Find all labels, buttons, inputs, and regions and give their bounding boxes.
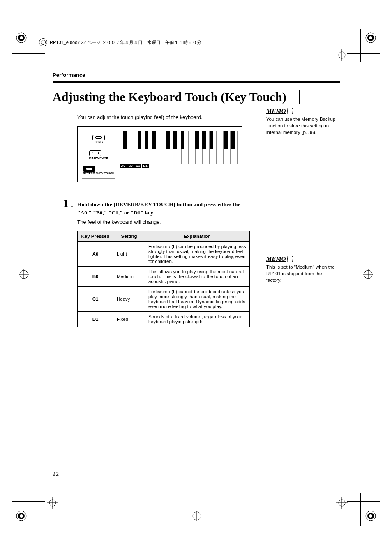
cross-mark-r [362,269,374,280]
file-header-text: RP101_e.book 22 ページ ２００７年４月４日 水曜日 午前１１時５… [50,39,201,46]
reg-mark-tr [365,32,376,44]
cell-explanation: Fortissimo (ff) cannot be produced unles… [145,287,250,312]
cell-setting: Fixed [113,312,145,327]
align-mark [47,497,58,509]
keyboard-diagram: SONG METRONOME REVERB / KEY TOUCH A0 B0 … [77,126,242,182]
reg-mark-bl [16,510,27,522]
page-title: Adjusting the Keyboard Touch (Key Touch) [53,90,286,104]
cell-key: B0 [78,267,113,287]
crop-line [347,501,380,502]
cell-key: A0 [78,242,113,267]
cell-explanation: This allows you to play using the most n… [145,267,250,287]
rule [53,81,340,83]
table-row: A0LightFortissimo (ff) can be produced b… [78,242,250,267]
reverb-button-graphic [83,166,95,172]
reg-mark-br [365,510,376,522]
key-label-strip: A0 B0 C1 D1 [120,164,149,168]
memo-icon: MEMO [266,256,293,262]
page-number: 22 [53,471,59,478]
align-mark [336,49,348,61]
memo-text: You can use the Memory Backup function t… [266,116,336,136]
cross-mark-l [18,269,30,280]
file-header: RP101_e.book 22 ページ ２００７年４月４日 水曜日 午前１１時５… [39,38,201,46]
step-result: The feel of the keyboard will change. [77,219,340,225]
cell-key: D1 [78,312,113,327]
step-number: 1 [63,199,69,208]
svg-point-11 [369,514,372,518]
cell-key: C1 [78,287,113,312]
cell-setting: Medium [113,267,145,287]
table-row: D1FixedSounds at a fixed volume, regardl… [78,312,250,327]
title-block: Adjusting the Keyboard Touch (Key Touch) [53,90,300,104]
section-heading: Performance [53,72,340,78]
crop-line [360,493,361,526]
svg-point-5 [369,36,372,39]
svg-point-8 [20,514,23,518]
align-mark [336,497,348,509]
cell-setting: Light [113,242,145,267]
crop-line [12,53,45,54]
keylabel: D1 [142,164,149,168]
cell-explanation: Sounds at a fixed volume, regardless of … [145,312,250,327]
step-1: 1 . Hold down the [REVERB/KEY TOUCH] but… [63,199,340,217]
step-text: Hold down the [REVERB/KEY TOUCH] button … [77,199,254,217]
reverb-label: REVERB / KEY TOUCH [83,172,114,175]
cell-setting: Heavy [113,287,145,312]
rule [53,81,340,81]
reg-mark-tl [16,32,27,44]
memo-1: MEMO You can use the Memory Backup funct… [266,108,336,136]
step-dot: . [71,199,73,211]
memo-2: MEMO This is set to "Medium" when the RP… [266,256,336,283]
keyboard-graphic [119,131,238,164]
th-key: Key Pressed [78,231,113,242]
metronome-button-graphic [89,150,101,156]
svg-point-2 [20,36,23,39]
song-button-graphic [92,135,105,140]
th-setting: Setting [113,231,145,242]
keylabel: A0 [120,164,127,168]
table-row: C1HeavyFortissimo (ff) cannot be produce… [78,287,250,312]
crop-line [347,53,380,54]
table-row: B0MediumThis allows you to play using th… [78,267,250,287]
cell-explanation: Fortissimo (ff) can be produced by playi… [145,242,250,267]
crop-line [12,501,45,502]
crop-line [360,29,361,62]
keylabel: C1 [134,164,142,168]
keylabel: B0 [127,164,134,168]
cross-mark-b [191,510,203,522]
song-label: SONG [92,140,105,143]
crop-line [32,493,32,526]
memo-text: This is set to "Medium" when the RP101 i… [266,264,336,283]
metronome-label: METRONOME [89,156,108,159]
memo-icon: MEMO [266,108,293,114]
th-explanation: Explanation [145,231,250,242]
button-panel: SONG METRONOME REVERB / KEY TOUCH [82,131,115,179]
book-icon [39,38,47,46]
crop-line [32,29,32,62]
settings-table: Key Pressed Setting Explanation A0LightF… [77,231,250,327]
